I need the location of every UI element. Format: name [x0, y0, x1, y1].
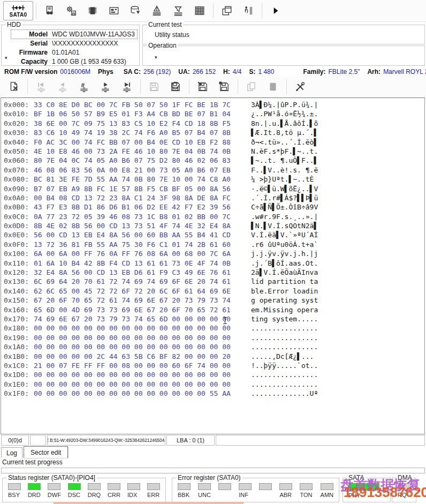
hex-bytes[interactable]: 21 00 07 FE FF FF 00 08 00 00 00 60 6F 7… [34, 361, 251, 370]
hex-ascii[interactable]: .....,Dc[Æ¿▌... [251, 352, 318, 360]
defect-table-button[interactable] [189, 2, 210, 19]
hex-ascii[interactable]: .j.´B▌ôÍ.aas.Ot. [251, 259, 318, 267]
hex-ascii[interactable]: ting system..... [251, 315, 318, 323]
hex-bytes[interactable]: 6C 69 64 20 70 61 72 74 69 74 69 6F 6E 2… [34, 277, 251, 286]
hex-bytes[interactable]: 0A 77 23 72 05 39 46 08 73 1C B8 01 02 B… [34, 212, 251, 221]
hex-ascii[interactable]: j.j.ÿv.ÿv.j.h.|j [251, 250, 318, 258]
refresh-sector-button[interactable] [165, 78, 186, 95]
sata-connector-icon [11, 4, 26, 11]
hex-ascii[interactable]: C÷ã▌Ñ▌Ö±.ÒîB÷â9V [251, 203, 318, 211]
hex-bytes[interactable]: 00 00 00 00 00 00 00 00 00 00 00 00 00 0… [34, 370, 251, 379]
hex-ascii[interactable]: g operating syst [251, 296, 318, 304]
hex-bytes[interactable]: 80 7E 04 0C 74 05 A0 B6 07 75 D2 80 46 0… [34, 156, 251, 165]
hex-ascii[interactable]: ................ [251, 334, 318, 342]
hex-ascii[interactable]: ·.ë©▌ü.W▌õË¿..▌V [251, 185, 318, 193]
hdd-field-model[interactable]: ModelWDC WD10JMVW-11AJGS3 [11, 30, 137, 39]
hex-ascii[interactable]: .w#r.9F.s.¸..».| [251, 213, 318, 221]
current-test-title: Current test [147, 21, 184, 28]
hex-ascii[interactable]: ................ [251, 371, 318, 379]
hex-ascii[interactable]: V.Í.ëä▌V.`»ªU´AÍ [251, 231, 318, 239]
translator-button[interactable] [168, 2, 189, 19]
hex-ascii[interactable]: 3À▌Ð¼.|ûP.P.ü¾.| [251, 101, 318, 109]
exit-button[interactable] [238, 2, 259, 19]
hex-ascii[interactable]: ▌~..t. ¶.uÒ▌F..▌ [251, 156, 318, 164]
report-button[interactable] [39, 2, 60, 19]
data-access-button[interactable] [125, 2, 146, 19]
windows-cascade-button[interactable] [216, 2, 238, 19]
hex-bytes[interactable]: 4E 10 E8 46 00 73 2A FE 46 10 80 7E 04 0… [34, 147, 251, 156]
hdd-dropdown-arrow[interactable]: ▾ [5, 55, 7, 61]
last-sector-button[interactable] [116, 78, 138, 95]
hex-bytes[interactable]: 00 00 00 00 00 00 00 00 00 00 00 00 00 0… [34, 324, 251, 333]
hex-bytes[interactable]: 74 69 6E 67 20 73 79 73 74 65 6D 00 00 0… [34, 314, 251, 324]
led-indicator [108, 483, 120, 490]
head-tools-button[interactable] [146, 2, 168, 19]
hex-bytes[interactable]: 01 6A 10 B4 42 8B F4 CD 13 61 61 73 0E 4… [34, 259, 251, 268]
operation-dropdown-arrow[interactable]: ▾ [155, 55, 424, 60]
save-to-file-button[interactable] [192, 78, 214, 95]
hex-address: 0x0A0: [4, 193, 34, 202]
hex-ascii[interactable]: ð¬<.tü»..´.Í.ëò▌ [251, 138, 318, 146]
hex-ascii[interactable]: ▌N.▌V.Í.sQOtN2ä▌ [251, 222, 318, 230]
unlabeled-led [259, 483, 272, 498]
hex-ascii[interactable]: 8n.|.u.▌Å.âôÍ.▌õ [251, 119, 318, 127]
hex-bytes[interactable]: 32 E4 8A 56 00 CD 13 EB D6 61 F9 C3 49 6… [34, 268, 251, 277]
start-button[interactable] [265, 2, 286, 19]
hex-bytes[interactable]: 00 00 00 00 00 2C 44 63 5B C6 BF 82 00 0… [34, 352, 251, 361]
hex-editor-panel[interactable]: 0x000:33 C0 8E D0 BC 00 7C FB 50 07 50 1… [1, 97, 425, 434]
hex-ascii[interactable]: 2ä▌V.Í.ëÖaùÃInva [251, 268, 318, 276]
hex-ascii[interactable]: ▌Æ.It.8,tö µ.´.▌ [251, 129, 318, 137]
device-select-button[interactable]: SATA0 [3, 1, 33, 20]
paste-icon [268, 81, 278, 92]
clear-sector-button[interactable] [3, 78, 25, 95]
hex-bytes[interactable]: 00 00 00 00 00 00 00 00 00 00 00 00 00 0… [34, 342, 251, 351]
load-from-file-button[interactable] [214, 78, 235, 95]
hex-ascii[interactable]: !..þÿÿ.....`ot.. [251, 362, 318, 370]
hex-ascii[interactable]: em.Missing opera [251, 306, 318, 314]
led-indicator [8, 483, 21, 490]
pcb-card-button[interactable] [103, 2, 125, 19]
hex-bytes[interactable]: B7 07 EB A9 8B FC 1E 57 8B F5 CB BF 05 0… [34, 184, 251, 193]
hex-bytes[interactable]: 62 6C 65 00 45 72 72 6F 72 20 6C 6F 61 6… [34, 287, 251, 296]
hex-ascii[interactable]: ................ [251, 324, 318, 332]
goto-sector-button[interactable]: # [73, 78, 95, 95]
hex-ascii[interactable]: ¿..PW¹å.ó¤Ë½¾.±. [251, 110, 318, 118]
hex-bytes[interactable]: 00 00 00 00 00 00 00 00 00 00 00 00 00 0… [34, 380, 251, 389]
hex-bytes[interactable]: 00 B4 08 CD 13 72 23 8A C1 24 3F 98 8A D… [34, 193, 251, 202]
status-bar-cell-1: 0(0)d [1, 435, 29, 446]
hex-bytes[interactable]: 6A 00 6A 00 FF 76 0A FF 76 08 6A 00 68 0… [34, 249, 251, 258]
hex-bytes[interactable]: 67 20 6F 70 65 72 61 74 69 6E 67 20 73 7… [34, 296, 251, 305]
hex-ascii[interactable]: N.èF.s*þF.▌~..t. [251, 147, 318, 155]
next-sector-button[interactable] [95, 78, 116, 95]
hex-ascii[interactable]: F..▌V..è!.s. ¶.ë [251, 166, 318, 174]
hex-bytes[interactable]: BF 1B 06 50 57 B9 E5 01 F3 A4 CB BD BE 0… [34, 109, 251, 118]
hex-bytes[interactable]: 38 6E 00 7C 09 75 13 83 C5 10 E2 F4 CD 1… [34, 119, 251, 128]
hex-bytes[interactable]: 13 72 36 81 FB 55 AA 75 30 F6 C1 01 74 2… [34, 240, 251, 249]
hex-bytes[interactable]: F0 AC 3C 00 74 FC BB 07 00 B4 0E CD 10 E… [34, 138, 251, 147]
hex-bytes[interactable]: 65 6D 00 4D 69 73 73 69 6E 67 20 6F 70 6… [34, 305, 251, 314]
hex-bytes[interactable]: 43 F7 E3 8B D1 86 D6 B1 06 D2 EE 42 F7 E… [34, 202, 251, 212]
hex-ascii[interactable]: ¼ >þ}Uªt.▌~..tÈ [251, 175, 318, 183]
hex-ascii[interactable]: ................ [251, 380, 318, 388]
rom-chip-button[interactable] [82, 2, 103, 19]
hex-address: 0x0E0: [4, 230, 34, 239]
hex-bytes[interactable]: 83 C6 10 49 74 19 38 2C 74 F6 A0 B5 07 B… [34, 128, 251, 137]
hex-ascii[interactable]: .r6 ûUªu0öÁ.t+a` [251, 240, 318, 249]
tab-sector-edit[interactable]: Sector edit [24, 446, 68, 458]
hex-ascii[interactable]: ..............Uª [251, 389, 318, 397]
hex-bytes[interactable]: 00 00 00 00 00 00 00 00 00 00 00 00 00 0… [34, 333, 251, 342]
hex-ascii[interactable]: ble.Error loadin [251, 287, 318, 295]
hex-bytes[interactable]: BC 81 3E FE 7D 55 AA 74 0B 80 7E 10 00 7… [34, 175, 251, 184]
hex-bytes[interactable]: 46 08 06 83 56 0A 00 E8 21 00 73 05 A0 B… [34, 166, 251, 175]
hex-bytes[interactable]: 00 00 00 00 00 00 00 00 00 00 00 00 00 0… [34, 389, 251, 398]
hex-bytes[interactable]: 8B 4E 02 8B 56 00 CD 13 73 51 4F 74 4E 3… [34, 221, 251, 230]
hex-ascii[interactable]: lid partition ta [251, 277, 318, 285]
hex-bytes[interactable]: 33 C0 8E D0 BC 00 7C FB 50 07 50 1F FC B… [34, 100, 251, 109]
edit-tools-button[interactable] [290, 78, 311, 95]
hex-bytes[interactable]: 56 00 CD 13 EB E4 8A 56 00 60 BB AA 55 B… [34, 230, 251, 239]
hex-address: 0x0C0: [4, 212, 34, 221]
hex-ascii[interactable]: ................ [251, 343, 318, 351]
save-settings-button[interactable] [60, 2, 82, 19]
hex-ascii[interactable]: .´.Í.r#▌Á$?▌▌Þ▌ü [251, 194, 318, 202]
tab-log[interactable]: Log [1, 447, 22, 458]
